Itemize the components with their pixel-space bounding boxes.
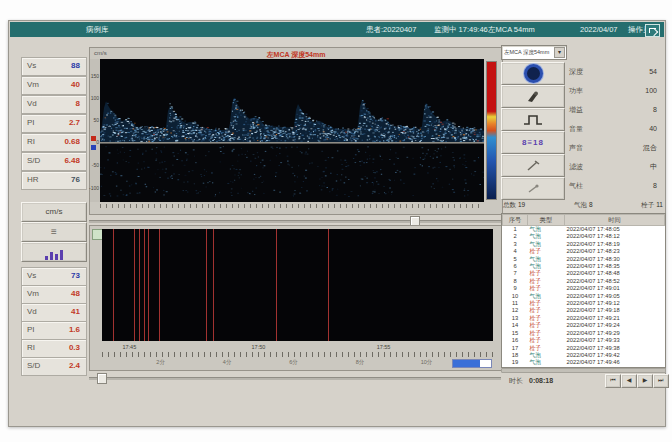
baseline-up-marker[interactable] [91,136,96,141]
nav-button-2[interactable]: ◀ [621,374,637,388]
table-row[interactable]: 11栓子2022/04/07 17:49:12 [503,300,665,307]
param-value: 100 [645,82,657,99]
table-cell: 气泡 [528,263,565,270]
table-cell: 7 [503,270,528,277]
table-cell: 栓子 [528,315,565,322]
nav-button-1[interactable]: ⏮ [605,374,621,388]
spectrum-time-ruler [100,204,484,212]
table-row[interactable]: 16栓子2022/04/07 17:49:33 [503,337,665,344]
table-row[interactable]: 5气泡2022/04/07 17:48:30 [503,256,665,263]
measure-value: 48 [71,286,80,302]
table-cell: 2022/04/07 17:49:12 [565,300,665,307]
param-value: 中 [650,158,657,175]
nav-button-4[interactable]: ⏭ [653,374,669,388]
table-scrollbar[interactable] [501,368,666,373]
spectrum-scrollbar[interactable] [89,216,501,225]
table-cell: 栓子 [528,345,565,352]
param-label: 增益 [569,101,583,118]
table-row[interactable]: 8栓子2022/04/07 17:48:52 [503,278,665,285]
table-cell: 2022/04/07 17:49:01 [565,285,665,292]
events-table[interactable]: 序号类型时间 1气泡2022/04/07 17:48:052气泡2022/04/… [501,213,666,368]
param-label: 声音 [569,139,583,156]
event-timeline-plot[interactable] [102,229,493,341]
power-knob-button[interactable] [501,62,565,85]
table-row[interactable]: 10气泡2022/04/07 17:49:05 [503,293,665,300]
table-cell: 11 [503,300,528,307]
ruler-minor-label: 4分 [223,359,232,366]
table-cell: 16 [503,337,528,344]
marker-button[interactable] [501,177,565,200]
param-5: 声音混合 [567,139,663,156]
histogram-button[interactable] [21,242,87,262]
app-window: 病例库 患者:20220407 监测中 17:49:46 左MCA 54mm 2… [8,20,666,427]
table-row[interactable]: 4栓子2022/04/07 17:48:23 [503,248,665,255]
param-3: 增益8 [567,101,663,118]
vessel-select-value: 左MCA 深度54mm [504,49,549,55]
table-row[interactable]: 15栓子2022/04/07 17:49:29 [503,330,665,337]
table-cell: 2022/04/07 17:49:21 [565,315,665,322]
measure-ri: RI0.3 [21,339,87,358]
m-mode-button[interactable]: 8≡18 [501,131,565,154]
unit-toggle-button[interactable]: cm/s [21,202,87,222]
timeline-ticks [102,352,493,357]
table-cell: 气泡 [528,359,565,366]
param-value: 40 [649,120,657,137]
measure-label: S/D [27,358,40,374]
param-value: 8 [653,101,657,118]
table-row[interactable]: 13栓子2022/04/07 17:49:21 [503,315,665,322]
count-总数: 总数19 [503,201,525,210]
table-row[interactable]: 17栓子2022/04/07 17:49:38 [503,345,665,352]
measure-label: RI [27,340,35,356]
table-cell: 2022/04/07 17:48:35 [565,263,665,270]
table-row[interactable]: 14栓子2022/04/07 17:49:24 [503,322,665,329]
event-marker-line [213,229,214,341]
measure-label: Vs [27,268,36,284]
measure-vd: Vd41 [21,303,87,322]
baseline-down-marker[interactable] [91,145,96,150]
table-row[interactable]: 3气泡2022/04/07 17:48:19 [503,241,665,248]
ruler-minor-label: 2分 [156,359,165,366]
measure-vs: Vs88 [21,57,87,76]
timeline-scrollbar-track[interactable] [89,377,501,380]
measure-value: 40 [71,77,80,93]
table-cell: 气泡 [528,226,565,234]
table-cell: 气泡 [528,256,565,263]
vessel-select[interactable]: 左MCA 深度54mm ▾ [501,45,567,60]
spectrum-list-button[interactable]: ≡ [21,222,87,242]
axis-tick-label: 50 [93,117,99,123]
measure-value: 2.7 [69,115,80,131]
spectrum-scrollbar-track[interactable] [89,220,501,223]
table-row[interactable]: 19气泡2022/04/07 17:49:46 [503,359,665,366]
param-label: 音量 [569,120,583,137]
date-label: 2022/04/07 [580,25,618,34]
probe-button[interactable] [501,85,565,108]
table-row[interactable]: 9栓子2022/04/07 17:49:01 [503,285,665,292]
table-row[interactable]: 7栓子2022/04/07 17:48:48 [503,270,665,277]
table-cell: 栓子 [528,330,565,337]
nav-button-3[interactable]: ▶ [637,374,653,388]
table-row[interactable]: 6气泡2022/04/07 17:48:35 [503,263,665,270]
event-counts: 总数19气泡8栓子11 [501,201,665,210]
table-row[interactable]: 1气泡2022/04/07 17:48:05 [503,226,665,234]
event-marker-line [328,229,329,341]
event-marker-line [148,229,149,341]
table-cell: 2022/04/07 17:48:19 [565,241,665,248]
marker-icon [526,183,540,195]
exit-icon[interactable] [645,24,660,37]
table-row[interactable]: 12栓子2022/04/07 17:49:18 [503,307,665,314]
axis-tick-label: -50 [92,162,99,168]
probe-label: 左MCA 54mm [488,25,535,35]
table-cell: 栓子 [528,307,565,314]
pulse-wave-button[interactable] [501,108,565,131]
event-marker-line [206,229,207,341]
table-row[interactable]: 18气泡2022/04/07 17:49:42 [503,352,665,359]
chevron-down-icon[interactable]: ▾ [554,47,565,58]
timeline-scrollbar[interactable] [89,373,501,382]
table-cell: 6 [503,263,528,270]
table-cell: 栓子 [528,322,565,329]
caliper-button[interactable] [501,154,565,177]
spectrogram-canvas [100,59,484,202]
table-row[interactable]: 2气泡2022/04/07 17:48:12 [503,233,665,240]
table-cell: 2022/04/07 17:49:38 [565,345,665,352]
timeline-scrollbar-handle[interactable] [97,373,107,384]
